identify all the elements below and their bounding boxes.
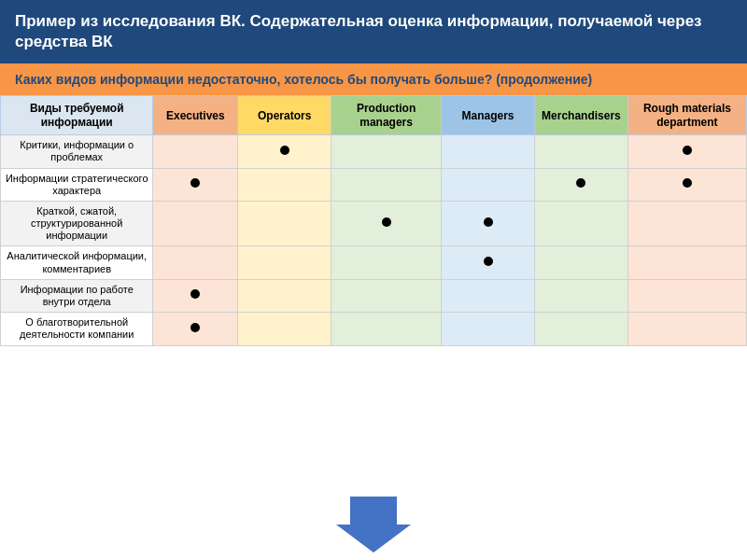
row-label: Информации по работе внутри отдела — [1, 279, 153, 312]
row-cell — [331, 279, 442, 312]
row-cell — [534, 168, 627, 201]
col-header-info: Виды требуемой информации — [1, 96, 153, 135]
title-text: Пример из исследования ВК. Содержательна… — [15, 12, 702, 50]
dot-icon — [484, 217, 493, 227]
row-label: Аналитической информации, комментариев — [1, 246, 153, 279]
dot-icon — [382, 217, 391, 227]
subtitle-text: Каких видов информации недостаточно, хот… — [15, 72, 592, 87]
row-cell — [534, 246, 627, 279]
table-row: Критики, информации о проблемах — [1, 135, 747, 168]
table-row: Информации по работе внутри отдела — [1, 279, 747, 312]
col-header-prod: Production managers — [331, 96, 442, 135]
table-container: Виды требуемой информации Executives Ope… — [0, 95, 747, 493]
row-cell — [153, 279, 238, 312]
row-cell — [153, 201, 238, 246]
row-cell — [238, 246, 331, 279]
row-cell — [627, 279, 746, 312]
row-cell — [153, 135, 238, 168]
row-cell — [238, 168, 331, 201]
row-cell — [627, 313, 746, 345]
row-cell — [331, 201, 442, 246]
dot-icon — [484, 257, 493, 266]
arrow-indicator — [336, 493, 411, 553]
row-cell — [627, 201, 746, 246]
row-cell — [534, 201, 627, 246]
dot-icon — [190, 289, 200, 299]
row-cell — [534, 313, 627, 345]
row-cell — [331, 313, 442, 345]
arrow-down-icon — [336, 525, 411, 553]
table-row: Аналитической информации, комментариев — [1, 246, 747, 279]
row-cell — [331, 246, 442, 279]
col-header-operators: Operators — [238, 96, 331, 135]
blue-rectangle — [350, 497, 397, 525]
row-cell — [442, 246, 535, 279]
row-cell — [442, 313, 535, 345]
row-cell — [331, 168, 442, 201]
table-row: Краткой, сжатой, структурированной инфор… — [1, 201, 747, 246]
title-bar: Пример из исследования ВК. Содержательна… — [0, 0, 747, 63]
row-cell — [442, 279, 535, 312]
row-cell — [534, 279, 627, 312]
row-cell — [153, 313, 238, 345]
row-cell — [442, 168, 535, 201]
col-header-exec: Executives — [153, 96, 238, 135]
main-table: Виды требуемой информации Executives Ope… — [0, 95, 747, 345]
dot-icon — [190, 323, 200, 332]
slide: Пример из исследования ВК. Содержательна… — [0, 0, 747, 560]
row-cell — [442, 135, 535, 168]
dot-icon — [683, 146, 692, 155]
row-label: Критики, информации о проблемах — [1, 135, 153, 168]
row-cell — [627, 168, 746, 201]
dot-icon — [576, 178, 585, 188]
col-header-merch: Merchandisers — [534, 96, 627, 135]
dot-icon — [190, 178, 200, 188]
row-cell — [238, 313, 331, 345]
row-label: Информации стратегического характера — [1, 168, 153, 201]
table-row: О благотворительной деятельности компани… — [1, 313, 747, 345]
subtitle-bar: Каких видов информации недостаточно, хот… — [0, 63, 747, 95]
row-cell — [627, 246, 746, 279]
header-row: Виды требуемой информации Executives Ope… — [1, 96, 747, 135]
row-cell — [442, 201, 535, 246]
dot-icon — [683, 178, 692, 188]
row-cell — [238, 279, 331, 312]
row-cell — [153, 246, 238, 279]
col-header-rough: Rough materials department — [627, 96, 746, 135]
row-cell — [627, 135, 746, 168]
row-label: Краткой, сжатой, структурированной инфор… — [1, 201, 153, 246]
row-cell — [153, 168, 238, 201]
dot-icon — [280, 146, 289, 155]
row-cell — [331, 135, 442, 168]
row-label: О благотворительной деятельности компани… — [1, 313, 153, 345]
row-cell — [238, 135, 331, 168]
row-cell — [534, 135, 627, 168]
bottom-area — [0, 493, 747, 560]
col-header-managers: Managers — [442, 96, 535, 135]
table-row: Информации стратегического характера — [1, 168, 747, 201]
row-cell — [238, 201, 331, 246]
